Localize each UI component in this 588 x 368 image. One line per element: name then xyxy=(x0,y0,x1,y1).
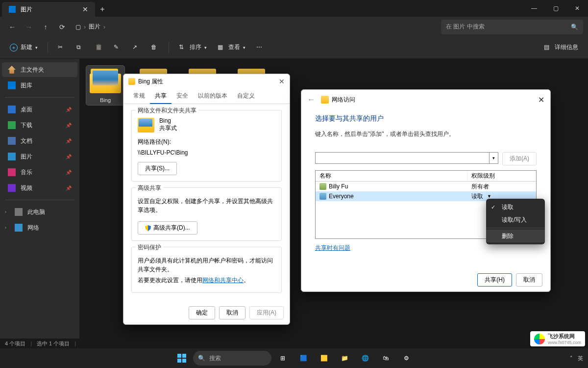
pin-icon: 📌 xyxy=(66,138,72,144)
forward-button[interactable]: → xyxy=(22,20,36,34)
status-bar: 4 个项目 | 选中 1 个项目 | xyxy=(0,339,588,348)
column-name[interactable]: 名称 xyxy=(316,172,467,180)
delete-button[interactable]: 🗑 xyxy=(147,40,163,55)
new-button[interactable]: +新建▾ xyxy=(6,40,42,55)
tray-chevron-icon[interactable]: ˄ xyxy=(570,355,573,362)
network-icon xyxy=(15,224,23,232)
share-confirm-button[interactable]: 共享(H) xyxy=(477,273,512,287)
svg-rect-3 xyxy=(182,359,186,363)
sidebar-item-downloads[interactable]: 下载📌 xyxy=(2,118,77,132)
view-button[interactable]: ▦查看▾ xyxy=(214,40,249,55)
chevron-right-icon: › xyxy=(84,24,86,30)
chevron-down-icon[interactable]: ▾ xyxy=(489,153,498,163)
close-icon[interactable]: ✕ xyxy=(538,95,544,105)
window-tab[interactable]: 图片 ✕ xyxy=(2,2,95,17)
apply-button[interactable]: 应用(A) xyxy=(249,306,284,319)
folder-icon xyxy=(90,68,121,93)
cancel-button[interactable]: 取消 xyxy=(219,306,245,319)
taskbar-app[interactable]: 🟦 xyxy=(294,350,313,367)
group-title: 网络文件和文件夹共享 xyxy=(136,106,198,115)
up-button[interactable]: ↑ xyxy=(38,20,53,34)
pin-icon: 📌 xyxy=(66,123,72,128)
search-icon: 🔍 xyxy=(198,355,205,362)
taskbar-edge[interactable]: 🌐 xyxy=(356,350,374,367)
chevron-right-icon: › xyxy=(103,24,105,30)
videos-icon xyxy=(8,184,16,192)
sidebar-item-videos[interactable]: 视频📌 xyxy=(2,181,77,195)
sort-button[interactable]: ⇅排序▾ xyxy=(175,40,211,55)
tab-sharing[interactable]: 共享 xyxy=(150,89,172,104)
folder-icon xyxy=(128,78,135,85)
share-button[interactable]: 共享(S)... xyxy=(138,162,177,175)
network-center-link[interactable]: 网络和共享中心 xyxy=(202,277,244,284)
task-view-button[interactable]: ⊞ xyxy=(273,350,292,367)
minimize-button[interactable]: — xyxy=(523,0,545,17)
taskbar-explorer[interactable]: 📁 xyxy=(335,350,354,367)
taskbar-app[interactable]: 🟨 xyxy=(315,350,333,367)
tab-general[interactable]: 常规 xyxy=(128,89,150,104)
watermark-brand: 飞沙系统网 xyxy=(548,333,581,340)
more-button[interactable]: ⋯ xyxy=(252,40,268,55)
share-button[interactable]: ↗ xyxy=(128,40,144,55)
sidebar-item-gallery[interactable]: 图库 xyxy=(2,78,77,93)
sidebar-item-music[interactable]: 音乐📌 xyxy=(2,165,77,180)
taskbar: 🔍搜索 ⊞ 🟦 🟨 📁 🌐 🛍 ⚙ ˄ 英 xyxy=(0,348,588,368)
cut-button[interactable]: ✂ xyxy=(54,40,70,55)
menu-item-remove[interactable]: 删除 xyxy=(486,230,545,242)
watermark-logo-icon xyxy=(534,334,545,344)
system-tray[interactable]: ˄ 英 xyxy=(570,355,583,362)
sidebar-item-pictures[interactable]: 图片📌 xyxy=(2,149,77,164)
add-button[interactable]: 添加(A) xyxy=(502,152,537,165)
shield-icon xyxy=(145,225,151,231)
menu-item-readwrite[interactable]: 读取/写入 xyxy=(486,213,545,226)
sidebar-item-documents[interactable]: 文档📌 xyxy=(2,133,77,148)
chevron-down-icon[interactable]: ▼ xyxy=(487,194,491,199)
copy-button[interactable]: ⧉ xyxy=(73,40,88,55)
maximize-button[interactable]: ▢ xyxy=(545,0,566,17)
tab-security[interactable]: 安全 xyxy=(172,89,193,104)
back-button[interactable]: ← xyxy=(307,95,315,104)
cancel-button[interactable]: 取消 xyxy=(516,273,542,287)
watermark-url: www.fs0745.com xyxy=(548,340,581,345)
details-pane-button[interactable]: ▤详细信息 xyxy=(540,40,582,55)
new-tab-button[interactable]: + xyxy=(95,2,110,17)
menu-item-read[interactable]: ✓读取 xyxy=(486,201,545,213)
taskbar-store[interactable]: 🛍 xyxy=(376,350,395,367)
taskbar-search[interactable]: 🔍搜索 xyxy=(193,351,271,366)
breadcrumb-segment[interactable]: 图片 xyxy=(89,23,100,31)
status-count: 4 个项目 xyxy=(5,340,25,347)
dialog-heading: 选择要与其共享的用户 xyxy=(315,114,537,123)
paste-button[interactable]: 📋 xyxy=(91,40,107,55)
netpath-value: \\BILLYFU-PC\Bing xyxy=(138,148,275,157)
close-icon[interactable]: ✕ xyxy=(279,78,285,85)
sidebar-item-thispc[interactable]: ›此电脑 xyxy=(2,205,77,219)
home-icon xyxy=(8,66,16,74)
rename-button[interactable]: ✎ xyxy=(110,40,125,55)
tab-customize[interactable]: 自定义 xyxy=(232,89,260,104)
tab-title: 图片 xyxy=(21,5,77,14)
breadcrumb[interactable]: ▢ › 图片 › xyxy=(72,23,105,31)
close-window-button[interactable]: ✕ xyxy=(566,0,588,17)
advanced-sharing-button[interactable]: 高级共享(D)... xyxy=(138,221,197,235)
group-title: 高级共享 xyxy=(136,184,163,192)
watermark: 飞沙系统网 www.fs0745.com xyxy=(530,331,585,346)
refresh-button[interactable]: ⟳ xyxy=(55,20,70,34)
user-combobox[interactable]: ▾ xyxy=(315,152,498,164)
group-icon xyxy=(319,193,326,200)
list-row[interactable]: Billy Fu 所有者 xyxy=(316,182,536,191)
sidebar: 主文件夹 图库 桌面📌 下载📌 文档📌 图片📌 音乐📌 视频📌 ›此电脑 ›网络 xyxy=(0,59,79,339)
sidebar-item-desktop[interactable]: 桌面📌 xyxy=(2,102,77,117)
sidebar-item-network[interactable]: ›网络 xyxy=(2,220,77,235)
tray-ime[interactable]: 英 xyxy=(578,355,583,362)
sharing-help-link[interactable]: 共享时有问题 xyxy=(315,244,350,252)
sidebar-item-home[interactable]: 主文件夹 xyxy=(2,62,77,77)
start-button[interactable] xyxy=(172,350,191,367)
tab-previous-versions[interactable]: 以前的版本 xyxy=(193,89,232,104)
folder-item-bing[interactable]: Bing xyxy=(86,66,124,105)
ok-button[interactable]: 确定 xyxy=(189,306,215,319)
taskbar-settings[interactable]: ⚙ xyxy=(397,350,416,367)
search-input[interactable]: 在 图片 中搜索 🔍 xyxy=(441,20,583,34)
close-tab-icon[interactable]: ✕ xyxy=(82,5,88,13)
back-button[interactable]: ← xyxy=(5,20,20,34)
column-level[interactable]: 权限级别 xyxy=(467,172,536,180)
